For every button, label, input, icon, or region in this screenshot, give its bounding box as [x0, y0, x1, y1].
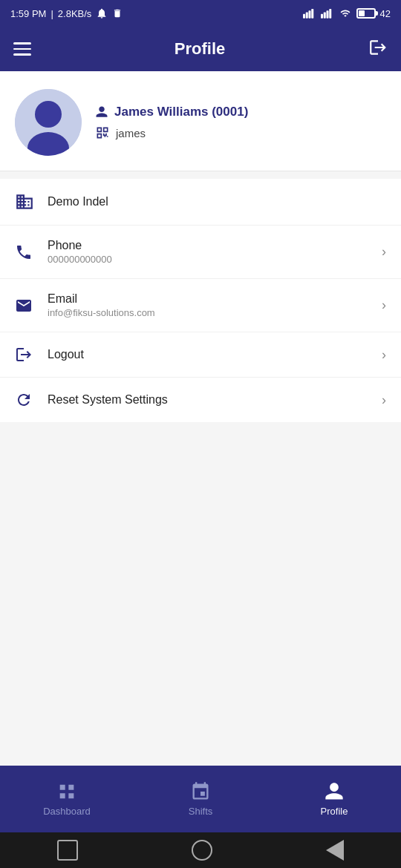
avatar-svg [15, 89, 82, 156]
svg-point-9 [35, 101, 62, 128]
dashboard-nav-icon [56, 781, 77, 802]
profile-nav-icon [324, 781, 345, 802]
nav-back-button[interactable] [326, 840, 344, 861]
qr-icon [95, 125, 110, 140]
avatar-container [15, 89, 82, 156]
building-icon-container [15, 192, 48, 211]
svg-rect-4 [321, 14, 323, 19]
menu-item-phone[interactable]: Phone 000000000000 › [0, 226, 401, 279]
signal-icon-2 [321, 8, 334, 19]
logout-header-icon [368, 38, 388, 57]
nav-square-button[interactable] [57, 840, 78, 861]
phone-chevron: › [382, 244, 386, 260]
nav-home-button[interactable] [192, 840, 212, 861]
person-icon [95, 105, 108, 119]
menu-content-email: Email info@fiksu-solutions.com [48, 292, 382, 318]
menu-item-company[interactable]: Demo Indel [0, 179, 401, 226]
profile-name-row: James Williams (0001) [95, 105, 248, 119]
app-bar: Profile [0, 27, 401, 71]
email-label: Email [48, 292, 382, 306]
menu-content-company: Demo Indel [48, 195, 386, 208]
status-right: 42 [303, 8, 391, 19]
shifts-nav-icon [190, 781, 211, 802]
menu-content-phone: Phone 000000000000 [48, 239, 382, 265]
reset-icon-container [15, 391, 48, 409]
profile-nav-label: Profile [321, 806, 348, 817]
system-nav-bar [0, 832, 401, 868]
reset-chevron: › [382, 392, 386, 408]
svg-rect-2 [308, 10, 310, 19]
svg-rect-7 [329, 9, 331, 19]
nav-item-shifts[interactable]: Shifts [134, 781, 267, 817]
building-icon [15, 192, 34, 211]
svg-rect-0 [303, 14, 305, 19]
phone-label: Phone [48, 239, 382, 252]
menu-content-reset: Reset System Settings [48, 393, 382, 407]
menu-list: Demo Indel Phone 000000000000 › Email in… [0, 179, 401, 422]
shifts-nav-label: Shifts [189, 806, 213, 817]
wifi-icon [339, 8, 352, 19]
status-speed: 2.8KB/s [58, 8, 92, 19]
company-label: Demo Indel [48, 195, 386, 208]
battery-icon [356, 8, 376, 19]
profile-name: James Williams (0001) [114, 105, 248, 119]
menu-item-reset[interactable]: Reset System Settings › [0, 378, 401, 422]
nav-item-profile[interactable]: Profile [267, 781, 401, 817]
phone-icon-container [15, 243, 48, 261]
logout-header-button[interactable] [368, 38, 388, 60]
phone-icon [15, 243, 33, 261]
nav-item-dashboard[interactable]: Dashboard [0, 781, 134, 817]
dashboard-nav-label: Dashboard [43, 806, 91, 817]
battery-level: 42 [380, 8, 391, 19]
logout-icon [15, 346, 33, 364]
trash-icon [112, 8, 123, 19]
alarm-icon [96, 7, 108, 19]
menu-item-email[interactable]: Email info@fiksu-solutions.com › [0, 279, 401, 332]
menu-content-logout: Logout [48, 348, 382, 361]
avatar [15, 89, 82, 156]
menu-button[interactable] [13, 42, 31, 56]
logout-icon-container [15, 346, 48, 364]
status-left: 1:59 PM | 2.8KB/s [10, 7, 123, 19]
logout-label: Logout [48, 348, 382, 361]
page-title: Profile [175, 39, 225, 59]
phone-value: 000000000000 [48, 254, 382, 265]
profile-section: James Williams (0001) james [0, 71, 401, 171]
email-chevron: › [382, 297, 386, 313]
svg-rect-3 [311, 9, 313, 19]
svg-rect-6 [326, 10, 328, 19]
menu-item-logout[interactable]: Logout › [0, 332, 401, 378]
reset-label: Reset System Settings [48, 393, 382, 407]
profile-username: james [116, 127, 146, 139]
email-icon [15, 297, 33, 315]
svg-rect-5 [323, 13, 325, 19]
email-icon-container [15, 297, 48, 315]
svg-rect-1 [305, 13, 307, 19]
profile-info: James Williams (0001) james [95, 105, 248, 140]
reset-icon [15, 391, 33, 409]
status-bar: 1:59 PM | 2.8KB/s 42 [0, 0, 401, 27]
signal-icon-1 [303, 8, 316, 19]
bottom-nav: Dashboard Shifts Profile [0, 766, 401, 832]
profile-username-row: james [95, 125, 248, 140]
email-value: info@fiksu-solutions.com [48, 307, 382, 318]
status-network: | [50, 8, 53, 19]
logout-chevron: › [382, 347, 386, 363]
status-time: 1:59 PM [10, 8, 46, 19]
